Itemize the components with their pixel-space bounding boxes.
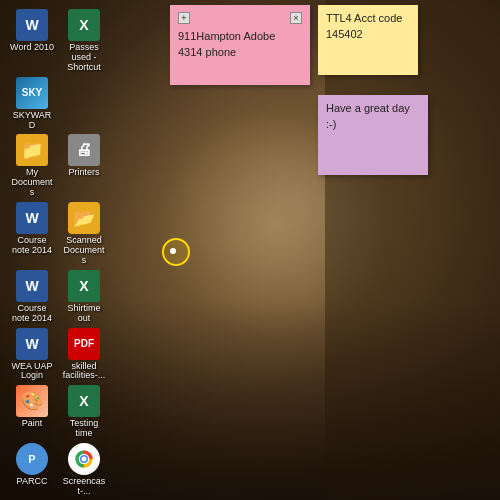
icon-label: Scanned Documents	[62, 236, 106, 266]
sticky-note-pink[interactable]: + × 911Hampton Adobe 4314 phone	[170, 5, 310, 85]
icon-label: Paint	[22, 419, 43, 429]
icon-testing-time[interactable]: X Testing time	[61, 385, 107, 439]
note-controls: ×	[290, 12, 302, 24]
icon-label: My Documents	[10, 168, 54, 198]
word-doc2-icon: W	[16, 270, 48, 302]
icon-label: PARCC	[17, 477, 48, 487]
icon-screencast[interactable]: Screencast-...	[61, 443, 107, 497]
parcc-icon: P	[16, 443, 48, 475]
icon-label: skilled facilities-...	[62, 362, 106, 382]
excel3-icon: X	[68, 385, 100, 417]
icon-course-note-2[interactable]: W Course note 2014	[9, 270, 55, 324]
icon-word-2010[interactable]: W Word 2010	[9, 9, 55, 73]
uap-icon: W	[16, 328, 48, 360]
excel-icon: X	[68, 9, 100, 41]
icon-shirtime[interactable]: X Shirtime out	[61, 270, 107, 324]
lavender-note-content: Have a great day :-)	[326, 101, 420, 133]
icon-my-documents[interactable]: 📁 My Documents	[9, 134, 55, 198]
note-add-button[interactable]: +	[178, 12, 190, 24]
icon-passes[interactable]: X Passes used - Shortcut	[61, 9, 107, 73]
icon-parcc[interactable]: P PARCC	[9, 443, 55, 497]
word-icon: W	[16, 9, 48, 41]
icon-label: Word 2010	[10, 43, 54, 53]
svg-point-2	[82, 457, 87, 462]
printer-icon: 🖨	[68, 134, 100, 166]
icon-label: Passes used - Shortcut	[62, 43, 106, 73]
icon-label: Testing time	[62, 419, 106, 439]
icon-label: Course note 2014	[10, 304, 54, 324]
icon-skyward[interactable]: SKY SKYWARD	[9, 77, 55, 131]
cat-eye-highlight	[162, 238, 190, 266]
icon-course-note-1[interactable]: W Course note 2014	[9, 202, 55, 266]
icon-label: WEA UAP Login	[10, 362, 54, 382]
desktop-icons-area: W Word 2010 X Passes used - Shortcut SKY…	[0, 0, 100, 500]
pdf-icon: PDF	[68, 328, 100, 360]
sticky-note-yellow[interactable]: TTL4 Acct code 145402	[318, 5, 418, 75]
icon-label: Printers	[68, 168, 99, 178]
mouse-cursor	[170, 248, 176, 254]
icon-printers[interactable]: 🖨 Printers	[61, 134, 107, 198]
yellow-note-content: TTL4 Acct code 145402	[326, 11, 410, 43]
note-titlebar: + ×	[178, 11, 302, 25]
icon-scanned-documents[interactable]: 📂 Scanned Documents	[61, 202, 107, 266]
pink-note-content: 911Hampton Adobe 4314 phone	[178, 29, 302, 61]
icon-label: Course note 2014	[10, 236, 54, 256]
scanned-folder-icon: 📂	[68, 202, 100, 234]
note-close-button[interactable]: ×	[290, 12, 302, 24]
folder-icon: 📁	[16, 134, 48, 166]
icon-paint[interactable]: 🎨 Paint	[9, 385, 55, 439]
icon-skilled[interactable]: PDF skilled facilities-...	[61, 328, 107, 382]
icon-label: SKYWARD	[10, 111, 54, 131]
sticky-note-lavender[interactable]: Have a great day :-)	[318, 95, 428, 175]
icon-wea-uap[interactable]: W WEA UAP Login	[9, 328, 55, 382]
screencast-icon	[68, 443, 100, 475]
paint-icon: 🎨	[16, 385, 48, 417]
icon-label: Screencast-...	[62, 477, 106, 497]
skyward-icon: SKY	[16, 77, 48, 109]
excel2-icon: X	[68, 270, 100, 302]
icon-label: Shirtime out	[62, 304, 106, 324]
word-doc-icon: W	[16, 202, 48, 234]
